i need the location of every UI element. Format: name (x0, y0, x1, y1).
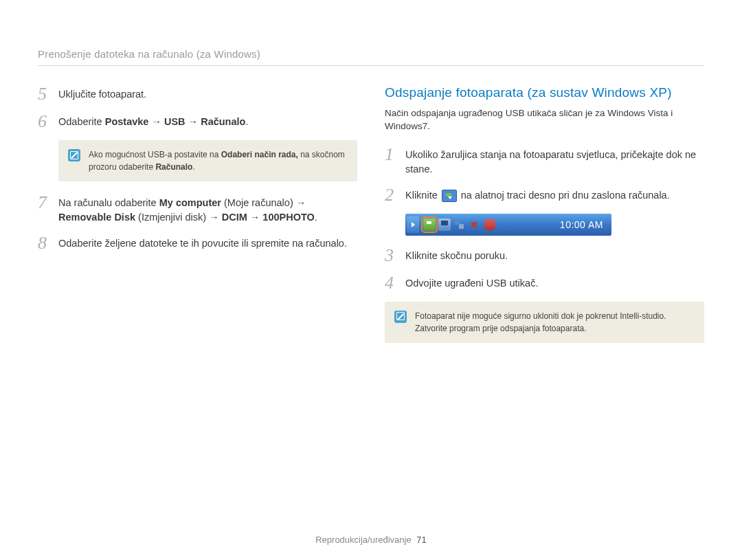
safely-remove-hardware-icon (442, 190, 457, 202)
step-text: Odaberite Postavke → USB → Računalo. (58, 113, 248, 129)
step-number: 1 (385, 146, 397, 164)
text-segment: (Izmjenjivi disk) → (135, 212, 222, 223)
text-bold: Računalo (155, 162, 192, 172)
step-text: Odaberite željene datoteke te ih povucit… (58, 234, 347, 251)
path-segment: Removable Disk (58, 212, 135, 223)
note-text: Fotoaparat nije moguće sigurno ukloniti … (415, 310, 695, 335)
step-text: Uključite fotoaparat. (58, 85, 146, 102)
taskbar-clock: 10:00 AM (560, 219, 603, 230)
menu-usb: USB (164, 116, 186, 127)
step-4: 4 Odvojite ugrađeni USB utikač. (385, 274, 704, 292)
step-text: Ukoliko žaruljica stanja na fotoaparatu … (405, 146, 704, 177)
text-segment: . (245, 116, 248, 127)
volume-tray-icon (469, 219, 481, 231)
page-footer: Reprodukcija/uređivanje 71 (0, 535, 742, 545)
text-segment: na alatnoj traci desno pri dnu zaslona r… (458, 190, 670, 201)
network-tray-icon (453, 219, 466, 231)
text-segment: Kliknite (405, 190, 440, 201)
text-bold: Odaberi način rada, (221, 150, 298, 159)
step-text: Na računalu odaberite My computer (Moje … (58, 194, 357, 225)
right-column: Odspajanje fotoaparata (za sustav Window… (385, 85, 704, 355)
text-segment: (Moje računalo) → (221, 197, 306, 208)
path-segment: My computer (159, 197, 221, 208)
menu-postavke: Postavke (105, 116, 149, 127)
step-text: Kliknite skočnu poruku. (405, 247, 508, 263)
note-text: Ako mogućnost USB-a postavite na Odaberi… (89, 148, 348, 173)
text-segment: Odaberite (58, 116, 105, 127)
path-segment: 100PHOTO (262, 212, 315, 223)
left-column: 5 Uključite fotoaparat. 6 Odaberite Post… (38, 85, 357, 355)
step-number: 3 (385, 247, 397, 265)
step-2: 2 Kliknite na alatnoj traci desno pri dn… (385, 186, 704, 204)
path-segment: DCIM (222, 212, 247, 223)
tray-icon (438, 219, 451, 231)
step-6: 6 Odaberite Postavke → USB → Računalo. (38, 113, 357, 131)
step-text: Kliknite na alatnoj traci desno pri dnu … (405, 186, 670, 203)
step-number: 6 (38, 113, 50, 131)
step-1: 1 Ukoliko žaruljica stanja na fotoaparat… (385, 146, 704, 177)
show-hidden-icons-button (407, 216, 419, 233)
step-7: 7 Na računalu odaberite My computer (Moj… (38, 194, 357, 225)
text-segment: . (192, 162, 194, 172)
page: Prenošenje datoteka na računalo (za Wind… (0, 0, 742, 355)
step-number: 8 (38, 234, 50, 252)
note-callout: Fotoaparat nije moguće sigurno ukloniti … (385, 302, 704, 343)
text-segment: → (148, 116, 164, 127)
step-number: 5 (38, 85, 50, 103)
section-heading: Odspajanje fotoaparata (za sustav Window… (385, 85, 704, 100)
text-segment: Na računalu odaberite (58, 197, 159, 208)
windows-xp-taskbar-image: 10:00 AM (405, 214, 611, 236)
text-segment: . (315, 212, 317, 223)
tray-icon (484, 219, 496, 231)
text-segment: Ako mogućnost USB-a postavite na (89, 150, 221, 159)
footer-label: Reprodukcija/uređivanje (315, 535, 411, 545)
step-text: Odvojite ugrađeni USB utikač. (405, 274, 538, 291)
page-number: 71 (416, 535, 426, 545)
system-tray (423, 219, 496, 231)
safely-remove-hardware-tray-icon (423, 219, 436, 231)
step-5: 5 Uključite fotoaparat. (38, 85, 357, 103)
note-icon (394, 311, 407, 323)
note-callout: Ako mogućnost USB-a postavite na Odaberi… (58, 140, 357, 181)
step-number: 2 (385, 186, 397, 204)
step-number: 4 (385, 274, 397, 292)
step-number: 7 (38, 194, 50, 212)
note-icon (68, 149, 80, 161)
step-3: 3 Kliknite skočnu poruku. (385, 247, 704, 265)
text-segment: → (247, 212, 263, 223)
section-subtext: Način odspajanja ugrađenog USB utikača s… (385, 107, 704, 133)
two-column-layout: 5 Uključite fotoaparat. 6 Odaberite Post… (38, 85, 704, 355)
text-segment: → (186, 116, 201, 127)
breadcrumb: Prenošenje datoteka na računalo (za Wind… (38, 48, 704, 66)
menu-racunalo: Računalo (201, 116, 245, 127)
step-8: 8 Odaberite željene datoteke te ih povuc… (38, 234, 357, 252)
